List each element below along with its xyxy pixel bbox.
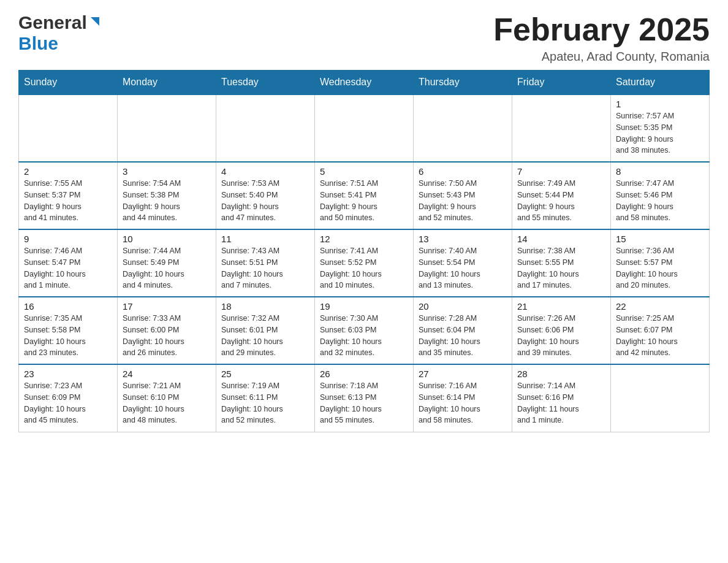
day-info: Sunrise: 7:28 AMSunset: 6:04 PMDaylight:…: [419, 313, 507, 359]
page-header: General Blue February 2025 Apateu, Arad …: [18, 12, 710, 64]
day-info: Sunrise: 7:19 AMSunset: 6:11 PMDaylight:…: [221, 380, 309, 426]
day-info: Sunrise: 7:21 AMSunset: 6:10 PMDaylight:…: [123, 380, 211, 426]
calendar-day-cell: 3Sunrise: 7:54 AMSunset: 5:38 PMDaylight…: [118, 162, 216, 229]
month-title: February 2025: [493, 12, 710, 47]
calendar-day-cell: 19Sunrise: 7:30 AMSunset: 6:03 PMDayligh…: [315, 297, 414, 364]
calendar-day-cell: [216, 94, 315, 162]
day-number: 17: [123, 301, 211, 312]
day-info: Sunrise: 7:53 AMSunset: 5:40 PMDaylight:…: [221, 178, 309, 224]
day-info: Sunrise: 7:35 AMSunset: 5:58 PMDaylight:…: [24, 313, 112, 359]
day-info: Sunrise: 7:51 AMSunset: 5:41 PMDaylight:…: [320, 178, 408, 224]
day-number: 28: [517, 369, 605, 379]
calendar-day-cell: 2Sunrise: 7:55 AMSunset: 5:37 PMDaylight…: [19, 162, 118, 229]
calendar-day-cell: 23Sunrise: 7:23 AMSunset: 6:09 PMDayligh…: [19, 364, 118, 432]
day-number: 15: [616, 234, 704, 244]
calendar-day-cell: 11Sunrise: 7:43 AMSunset: 5:51 PMDayligh…: [216, 229, 315, 297]
day-number: 3: [123, 166, 211, 177]
svg-marker-0: [91, 17, 99, 26]
calendar-day-cell: [118, 94, 216, 162]
calendar-day-cell: 28Sunrise: 7:14 AMSunset: 6:16 PMDayligh…: [512, 364, 611, 432]
day-number: 10: [123, 234, 211, 244]
day-number: 27: [419, 369, 507, 379]
day-number: 16: [24, 301, 112, 312]
calendar-day-cell: [19, 94, 118, 162]
calendar-day-cell: [414, 94, 512, 162]
day-number: 18: [221, 301, 309, 312]
day-number: 12: [320, 234, 408, 244]
calendar-week-row: 2Sunrise: 7:55 AMSunset: 5:37 PMDaylight…: [19, 162, 710, 229]
day-number: 25: [221, 369, 309, 379]
calendar-day-cell: 12Sunrise: 7:41 AMSunset: 5:52 PMDayligh…: [315, 229, 414, 297]
calendar-day-cell: 27Sunrise: 7:16 AMSunset: 6:14 PMDayligh…: [414, 364, 512, 432]
calendar-day-header: Friday: [512, 71, 611, 95]
calendar-day-cell: 4Sunrise: 7:53 AMSunset: 5:40 PMDaylight…: [216, 162, 315, 229]
calendar-week-row: 9Sunrise: 7:46 AMSunset: 5:47 PMDaylight…: [19, 229, 710, 297]
calendar-week-row: 16Sunrise: 7:35 AMSunset: 5:58 PMDayligh…: [19, 297, 710, 364]
logo-arrow-icon: [88, 15, 102, 31]
day-info: Sunrise: 7:25 AMSunset: 6:07 PMDaylight:…: [616, 313, 704, 359]
calendar-day-cell: 22Sunrise: 7:25 AMSunset: 6:07 PMDayligh…: [611, 297, 710, 364]
calendar-day-header: Saturday: [611, 71, 710, 95]
day-number: 6: [419, 166, 507, 177]
calendar-day-cell: [611, 364, 710, 432]
day-info: Sunrise: 7:49 AMSunset: 5:44 PMDaylight:…: [517, 178, 605, 224]
calendar-day-cell: 26Sunrise: 7:18 AMSunset: 6:13 PMDayligh…: [315, 364, 414, 432]
day-number: 4: [221, 166, 309, 177]
calendar-day-cell: 1Sunrise: 7:57 AMSunset: 5:35 PMDaylight…: [611, 94, 710, 162]
day-number: 23: [24, 369, 112, 379]
day-info: Sunrise: 7:23 AMSunset: 6:09 PMDaylight:…: [24, 380, 112, 426]
calendar-day-cell: 25Sunrise: 7:19 AMSunset: 6:11 PMDayligh…: [216, 364, 315, 432]
calendar-day-header: Monday: [118, 71, 216, 95]
day-info: Sunrise: 7:44 AMSunset: 5:49 PMDaylight:…: [123, 245, 211, 291]
day-info: Sunrise: 7:36 AMSunset: 5:57 PMDaylight:…: [616, 245, 704, 291]
calendar-day-cell: 8Sunrise: 7:47 AMSunset: 5:46 PMDaylight…: [611, 162, 710, 229]
day-info: Sunrise: 7:50 AMSunset: 5:43 PMDaylight:…: [419, 178, 507, 224]
day-info: Sunrise: 7:43 AMSunset: 5:51 PMDaylight:…: [221, 245, 309, 291]
calendar-day-cell: 16Sunrise: 7:35 AMSunset: 5:58 PMDayligh…: [19, 297, 118, 364]
calendar-day-header: Thursday: [414, 71, 512, 95]
day-info: Sunrise: 7:41 AMSunset: 5:52 PMDaylight:…: [320, 245, 408, 291]
day-number: 1: [616, 99, 704, 109]
day-number: 20: [419, 301, 507, 312]
day-info: Sunrise: 7:40 AMSunset: 5:54 PMDaylight:…: [419, 245, 507, 291]
calendar-day-cell: 7Sunrise: 7:49 AMSunset: 5:44 PMDaylight…: [512, 162, 611, 229]
calendar-day-cell: 15Sunrise: 7:36 AMSunset: 5:57 PMDayligh…: [611, 229, 710, 297]
day-info: Sunrise: 7:14 AMSunset: 6:16 PMDaylight:…: [517, 380, 605, 426]
calendar-header-row: SundayMondayTuesdayWednesdayThursdayFrid…: [19, 71, 710, 95]
day-info: Sunrise: 7:57 AMSunset: 5:35 PMDaylight:…: [616, 110, 704, 156]
location-text: Apateu, Arad County, Romania: [493, 50, 710, 64]
calendar-day-cell: 24Sunrise: 7:21 AMSunset: 6:10 PMDayligh…: [118, 364, 216, 432]
calendar-day-cell: [512, 94, 611, 162]
logo-blue-text: Blue: [18, 33, 58, 53]
day-info: Sunrise: 7:38 AMSunset: 5:55 PMDaylight:…: [517, 245, 605, 291]
calendar-day-cell: 18Sunrise: 7:32 AMSunset: 6:01 PMDayligh…: [216, 297, 315, 364]
day-number: 14: [517, 234, 605, 244]
day-info: Sunrise: 7:46 AMSunset: 5:47 PMDaylight:…: [24, 245, 112, 291]
day-info: Sunrise: 7:55 AMSunset: 5:37 PMDaylight:…: [24, 178, 112, 224]
day-number: 5: [320, 166, 408, 177]
day-info: Sunrise: 7:54 AMSunset: 5:38 PMDaylight:…: [123, 178, 211, 224]
calendar-day-cell: 14Sunrise: 7:38 AMSunset: 5:55 PMDayligh…: [512, 229, 611, 297]
day-info: Sunrise: 7:47 AMSunset: 5:46 PMDaylight:…: [616, 178, 704, 224]
day-number: 22: [616, 301, 704, 312]
day-info: Sunrise: 7:16 AMSunset: 6:14 PMDaylight:…: [419, 380, 507, 426]
day-info: Sunrise: 7:30 AMSunset: 6:03 PMDaylight:…: [320, 313, 408, 359]
calendar-week-row: 1Sunrise: 7:57 AMSunset: 5:35 PMDaylight…: [19, 94, 710, 162]
day-number: 21: [517, 301, 605, 312]
calendar-day-cell: 21Sunrise: 7:26 AMSunset: 6:06 PMDayligh…: [512, 297, 611, 364]
calendar-day-cell: 17Sunrise: 7:33 AMSunset: 6:00 PMDayligh…: [118, 297, 216, 364]
day-number: 26: [320, 369, 408, 379]
day-number: 7: [517, 166, 605, 177]
day-info: Sunrise: 7:32 AMSunset: 6:01 PMDaylight:…: [221, 313, 309, 359]
calendar-day-cell: [315, 94, 414, 162]
calendar-day-cell: 13Sunrise: 7:40 AMSunset: 5:54 PMDayligh…: [414, 229, 512, 297]
calendar-day-header: Tuesday: [216, 71, 315, 95]
calendar-day-cell: 10Sunrise: 7:44 AMSunset: 5:49 PMDayligh…: [118, 229, 216, 297]
calendar-day-header: Wednesday: [315, 71, 414, 95]
day-info: Sunrise: 7:18 AMSunset: 6:13 PMDaylight:…: [320, 380, 408, 426]
calendar-day-header: Sunday: [19, 71, 118, 95]
day-number: 8: [616, 166, 704, 177]
day-number: 13: [419, 234, 507, 244]
day-number: 2: [24, 166, 112, 177]
day-info: Sunrise: 7:26 AMSunset: 6:06 PMDaylight:…: [517, 313, 605, 359]
